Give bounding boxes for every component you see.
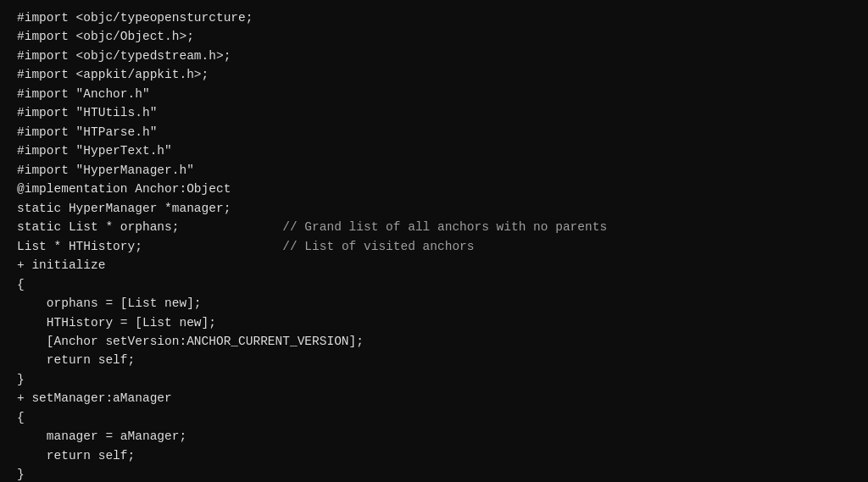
- code-line: static List * orphans; // Grand list of …: [17, 218, 851, 236]
- code-line: + initialize: [17, 256, 851, 274]
- code-line: [Anchor setVersion:ANCHOR_CURRENT_VERSIO…: [17, 332, 851, 351]
- code-line: #import "HyperText.h": [17, 141, 851, 160]
- code-line: static HyperManager *manager;: [17, 199, 851, 218]
- code-line: }: [17, 465, 851, 482]
- code-line: #import "HTUtils.h": [17, 103, 851, 122]
- code-line: #import <objc/typedstream.h>;: [17, 47, 851, 65]
- code-line: #import "Anchor.h": [17, 85, 851, 103]
- code-line: @implementation Anchor:Object: [17, 180, 851, 198]
- code-line: #import <objc/typeopensturcture;: [17, 8, 851, 27]
- code-line: #import <objc/Object.h>;: [17, 27, 851, 46]
- code-line: #import <appkit/appkit.h>;: [17, 65, 851, 84]
- code-line: {: [17, 275, 851, 294]
- code-line: return self;: [17, 446, 851, 465]
- code-line: + setManager:aManager: [17, 389, 851, 407]
- code-line: orphans = [List new];: [17, 294, 851, 313]
- code-line: #import "HTParse.h": [17, 123, 851, 141]
- code-line: }: [17, 370, 851, 389]
- code-line: List * HTHistory; // List of visited anc…: [17, 237, 851, 256]
- code-line: manager = aManager;: [17, 427, 851, 446]
- code-line: #import "HyperManager.h": [17, 161, 851, 180]
- code-line: HTHistory = [List new];: [17, 313, 851, 332]
- code-line: return self;: [17, 351, 851, 369]
- code-line: {: [17, 408, 851, 427]
- code-viewer: #import <objc/typeopensturcture; #import…: [0, 0, 868, 482]
